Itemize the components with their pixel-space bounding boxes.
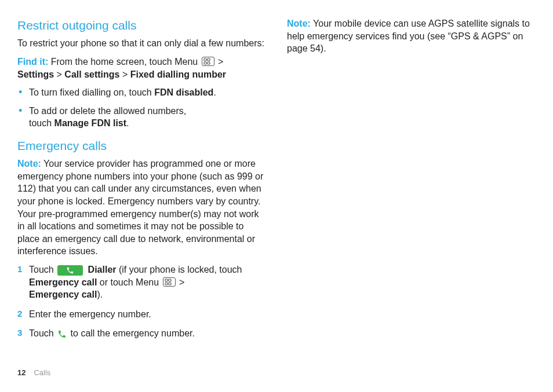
phone-icon bbox=[57, 329, 67, 339]
bullet-text: touch bbox=[29, 118, 54, 128]
step-text: ). bbox=[97, 290, 103, 299]
step-item: Touch to call the emergency number. bbox=[17, 327, 266, 340]
svg-rect-1 bbox=[208, 58, 210, 61]
bullet-item: To add or delete the allowed numbers, to… bbox=[17, 105, 266, 130]
restrict-intro: To restrict your phone so that it can on… bbox=[17, 37, 266, 50]
note-body: Your service provider has programmed one… bbox=[17, 159, 263, 256]
step-text: (if your phone is locked, touch bbox=[117, 265, 242, 274]
step-text: Touch bbox=[29, 328, 56, 338]
bullet-item: To turn fixed dialling on, touch FDN dis… bbox=[17, 86, 266, 99]
svg-rect-0 bbox=[204, 58, 206, 61]
svg-rect-5 bbox=[169, 279, 171, 281]
svg-rect-4 bbox=[165, 279, 168, 281]
svg-rect-6 bbox=[165, 283, 168, 285]
columns: Restrict outgoing calls To restrict your… bbox=[17, 17, 536, 378]
page-number: 12 bbox=[17, 368, 26, 377]
settings-bold: Settings bbox=[17, 69, 54, 79]
step-text: Enter the emergency number. bbox=[29, 309, 151, 319]
note-label: Note: bbox=[17, 159, 41, 168]
left-column: Restrict outgoing calls To restrict your… bbox=[17, 17, 266, 378]
bullet-text: . bbox=[126, 118, 129, 128]
emergency-call-bold: Emergency call bbox=[29, 277, 97, 287]
svg-rect-7 bbox=[169, 283, 171, 285]
bullet-text: . bbox=[213, 87, 216, 97]
step-item: Enter the emergency number. bbox=[17, 308, 266, 321]
bullet-text: To turn fixed dialling on, touch bbox=[29, 87, 154, 97]
manual-page: Restrict outgoing calls To restrict your… bbox=[0, 0, 553, 392]
menu-icon bbox=[163, 277, 176, 287]
svg-rect-2 bbox=[204, 62, 206, 64]
fixed-dialling-bold: Fixed dialling number bbox=[130, 69, 226, 79]
note-body: Your mobile device can use AGPS satellit… bbox=[287, 19, 530, 53]
find-it-label: Find it: bbox=[17, 57, 48, 67]
right-column: Note: Your mobile device can use AGPS sa… bbox=[287, 17, 536, 378]
find-it-lead: From the home screen, touch Menu bbox=[48, 57, 200, 67]
dialler-bold: Dialler bbox=[85, 265, 116, 274]
fdn-disabled-bold: FDN disabled bbox=[154, 87, 213, 97]
svg-rect-3 bbox=[208, 62, 210, 64]
heading-restrict-outgoing: Restrict outgoing calls bbox=[17, 17, 266, 34]
emergency-note: Note: Your service provider has programm… bbox=[17, 157, 266, 258]
agps-note: Note: Your mobile device can use AGPS sa… bbox=[287, 17, 536, 55]
dialler-button-icon bbox=[57, 265, 83, 276]
sep: > bbox=[54, 69, 64, 79]
heading-emergency-calls: Emergency calls bbox=[17, 138, 266, 154]
section-label: Calls bbox=[34, 368, 50, 377]
menu-icon bbox=[202, 57, 214, 66]
emergency-call-bold: Emergency call bbox=[29, 290, 97, 299]
step-text: to call the emergency number. bbox=[68, 328, 195, 338]
step-text: or touch Menu bbox=[97, 277, 161, 287]
sep: > bbox=[216, 57, 224, 67]
restrict-bullets: To turn fixed dialling on, touch FDN dis… bbox=[17, 86, 266, 130]
page-footer: 12Calls bbox=[17, 368, 50, 378]
manage-fdn-bold: Manage FDN list bbox=[54, 118, 126, 128]
step-text: Touch bbox=[29, 265, 56, 274]
step-item: Touch Dialler (if your phone is locked, … bbox=[17, 263, 266, 301]
bullet-text: To add or delete the allowed numbers, bbox=[29, 106, 186, 116]
sep: > bbox=[177, 277, 185, 287]
find-it-line: Find it: From the home screen, touch Men… bbox=[17, 56, 266, 80]
emergency-steps: Touch Dialler (if your phone is locked, … bbox=[17, 263, 266, 340]
call-settings-bold: Call settings bbox=[64, 69, 119, 79]
note-label: Note: bbox=[287, 19, 311, 28]
sep: > bbox=[120, 69, 130, 79]
